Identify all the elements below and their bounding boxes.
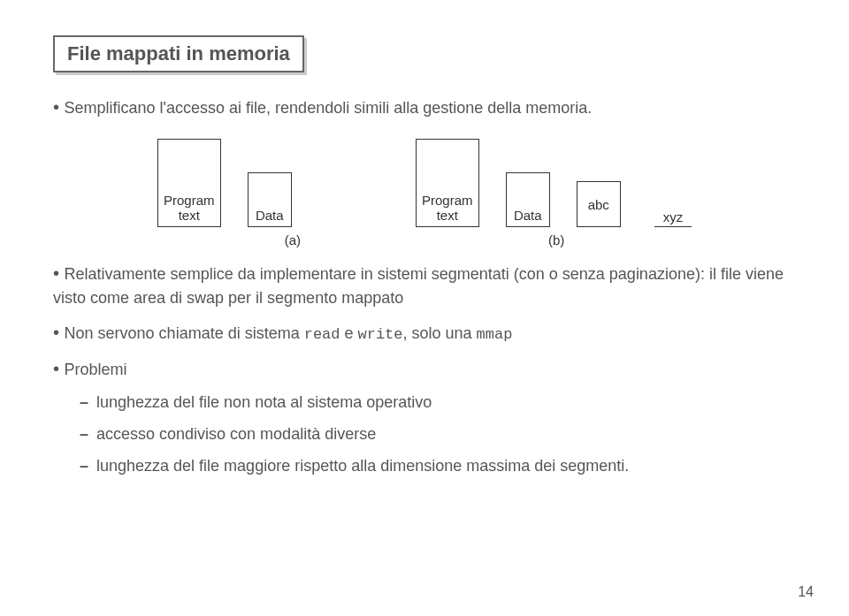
code-write: write xyxy=(358,326,403,343)
text-post: , solo una xyxy=(403,324,477,342)
sub-length-unknown: lunghezza del file non nota al sistema o… xyxy=(80,391,796,414)
text-pre: Non servono chiamate di sistema xyxy=(65,324,304,342)
page-title: File mappati in memoria xyxy=(53,35,304,72)
diagram-labels: (a) (b) xyxy=(53,232,796,247)
diagram-col-b: Program text Data abc xyz xyxy=(416,139,692,227)
bullet-problems: Problemi xyxy=(53,355,796,382)
box-data-b: Data xyxy=(506,172,550,227)
bullet-syscalls: Non servono chiamate di sistema read e w… xyxy=(53,319,796,346)
sub-length-exceeds: lunghezza del file maggiore rispetto all… xyxy=(80,454,796,477)
box-data-a: Data xyxy=(248,172,292,227)
box-program-text-a: Program text xyxy=(157,139,221,227)
label-a: (a) xyxy=(285,232,301,247)
text-mid: e xyxy=(340,324,358,342)
box-abc: abc xyxy=(577,181,621,227)
box-program-text-b: Program text xyxy=(416,139,479,227)
diagram-col-a: Program text Data xyxy=(157,139,292,227)
label-b: (b) xyxy=(548,232,564,247)
problems-sublist: lunghezza del file non nota al sistema o… xyxy=(80,391,796,477)
sub-shared-access: accesso condiviso con modalità diverse xyxy=(80,422,796,445)
page-number: 14 xyxy=(798,584,814,600)
label-xyz: xyz xyxy=(654,209,692,227)
intro-bullet: Semplificano l'accesso ai file, rendendo… xyxy=(53,97,796,118)
code-read: read xyxy=(304,326,340,343)
code-mmap: mmap xyxy=(477,326,513,343)
bullet-implement: Relativamente semplice da implementare i… xyxy=(53,260,796,310)
diagram: Program text Data Program text Data abc … xyxy=(53,139,796,227)
